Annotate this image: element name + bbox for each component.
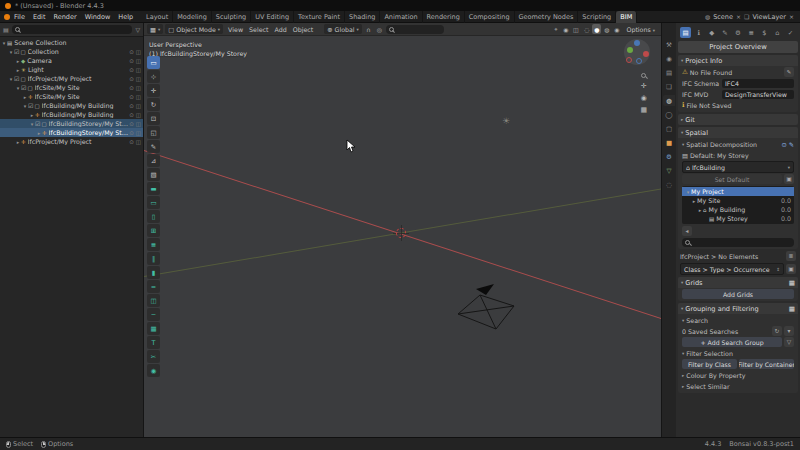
railing-tool[interactable]: ∥	[147, 252, 160, 265]
menu-edit[interactable]: Edit	[29, 13, 50, 21]
persp-ortho-icon[interactable]: ▦	[640, 106, 647, 114]
spatial-tree-row[interactable]: ▾My Project	[682, 187, 794, 196]
disable-screen-icon[interactable]: ◫	[136, 139, 141, 145]
gizmo-neg-z-axis-icon[interactable]	[636, 58, 642, 64]
beam-tool[interactable]: ═	[147, 280, 160, 293]
modifiers-tab[interactable]: ⚙	[663, 151, 675, 162]
workspace-tab-sculpting[interactable]: Sculpting	[212, 11, 251, 23]
view-layer-tab[interactable]: ❏	[663, 81, 675, 92]
disable-screen-icon[interactable]: ◫	[136, 94, 141, 100]
disable-screen-icon[interactable]: ◫	[136, 103, 141, 109]
panel-title[interactable]: Project Overview	[678, 41, 798, 53]
data-tab[interactable]: ▽	[663, 165, 675, 176]
edit-project-icon[interactable]: ✎	[784, 67, 794, 77]
physics-tab[interactable]: ◌	[663, 179, 675, 190]
select-similar-header[interactable]: ▸ Select Similar	[680, 381, 796, 391]
workspace-tab-shading[interactable]: Shading	[345, 11, 380, 23]
object-information-tab[interactable]: ℹ	[693, 27, 704, 38]
output-tab[interactable]: ▤	[663, 67, 675, 78]
outliner-row[interactable]: ▾▤Scene Collection	[0, 38, 143, 47]
transform-tool[interactable]: ◱	[147, 126, 160, 139]
viewport-menu-select[interactable]: Select	[246, 26, 271, 33]
hide-eye-icon[interactable]: ⊙	[129, 58, 134, 64]
project-overview-tab[interactable]: ▤	[680, 27, 691, 38]
gizmo-y-axis-icon[interactable]	[627, 47, 633, 53]
orientation-dropdown[interactable]: ⊕ Global ▾	[324, 24, 362, 34]
editor-type-dropdown[interactable]: ▦ ▾	[147, 24, 163, 34]
spatial-decomposition-header[interactable]: ▾ Spatial Decomposition ⊙ ✎	[680, 139, 796, 149]
workspace-tab-rendering[interactable]: Rendering	[423, 11, 465, 23]
viewlayer-selector[interactable]: ViewLayer	[752, 13, 786, 21]
object-tab[interactable]: ■	[663, 137, 675, 148]
wall-tool[interactable]: ▬	[147, 182, 160, 195]
viewport-menu-object[interactable]: Object	[290, 26, 317, 33]
colour-by-property-header[interactable]: ▸ Colour By Property	[680, 370, 796, 380]
chevron-left-icon[interactable]: ◂	[682, 226, 692, 236]
pan-hand-icon[interactable]: ✛	[641, 82, 647, 90]
set-default-button[interactable]: Set Default	[682, 174, 782, 184]
grouping-filtering-header[interactable]: ▾ Grouping and Filtering ▦	[678, 303, 798, 314]
column-tool[interactable]: ▮	[147, 266, 160, 279]
navigation-gizmo[interactable]	[624, 39, 650, 65]
xray-icon[interactable]: ◫	[571, 24, 580, 34]
gizmo-x-axis-icon[interactable]	[643, 51, 649, 57]
tool-tab[interactable]: ⚒	[663, 39, 675, 50]
menu-file[interactable]: File	[10, 13, 29, 21]
checkbox-icon[interactable]: ☑	[14, 48, 19, 55]
outliner-search-input[interactable]	[12, 25, 133, 34]
workspace-tab-scripting[interactable]: Scripting	[578, 11, 616, 23]
outliner-row[interactable]: ▸◆Camera⊙◫	[0, 56, 143, 65]
section-plane-tool[interactable]: ✂	[147, 350, 160, 363]
move-tool[interactable]: ✛	[147, 84, 160, 97]
filter-selection-header[interactable]: ▾ Filter Selection	[680, 348, 796, 358]
hide-eye-icon[interactable]: ⊙	[129, 103, 134, 109]
services-systems-tab[interactable]: ⚙	[733, 27, 744, 38]
quality-coordination-tab[interactable]: ✓	[785, 27, 796, 38]
disable-screen-icon[interactable]: ◫	[136, 49, 141, 55]
workspace-tab-layout[interactable]: Layout	[142, 11, 173, 23]
workspace-tab-modeling[interactable]: Modeling	[173, 11, 212, 23]
view-camera-icon[interactable]: ◉	[641, 94, 647, 102]
outliner-row[interactable]: ▸☀Light⊙◫	[0, 65, 143, 74]
zoom-icon[interactable]	[641, 73, 646, 78]
copy-icon[interactable]: ▣	[784, 174, 794, 184]
stair-tool[interactable]: ≣	[147, 238, 160, 251]
project-info-header[interactable]: ▾ Project Info	[678, 55, 798, 66]
hide-eye-icon[interactable]: ⊙	[129, 112, 134, 118]
gizmo-neg-x-axis-icon[interactable]	[626, 57, 632, 63]
outliner-row[interactable]: ▾☑▢IfcBuildingStorey/My Storey⊙◫	[0, 119, 143, 128]
viewport-menu-view[interactable]: View	[225, 26, 246, 33]
workspace-tab-compositing[interactable]: Compositing	[465, 11, 515, 23]
duct-tool[interactable]: ◫	[147, 294, 160, 307]
render-tab[interactable]: ◉	[663, 53, 675, 64]
hide-eye-icon[interactable]: ⊙	[129, 76, 134, 82]
outliner-row[interactable]: ▾☑▢Collection⊙◫	[0, 47, 143, 56]
material-shading-icon[interactable]: ◍	[602, 24, 611, 34]
spatial-search-input[interactable]	[682, 238, 794, 247]
scene-tab[interactable]: ◍	[663, 95, 675, 106]
ifc-schema-value[interactable]: IFC4	[722, 79, 794, 88]
workspace-tab-geometry-nodes[interactable]: Geometry Nodes	[515, 11, 579, 23]
proportional-edit-icon[interactable]: ◎	[375, 24, 384, 34]
outliner-row[interactable]: ▸✛IfcBuildingStorey/My Storey⊙◫	[0, 128, 143, 137]
measure-tool[interactable]: ⊿	[147, 154, 160, 167]
wireframe-shading-icon[interactable]: ◌	[582, 24, 591, 34]
gizmo-icon[interactable]: ⌖	[551, 24, 560, 34]
window-tool[interactable]: ⊞	[147, 224, 160, 237]
add-search-group-button[interactable]: + Add Search Group	[682, 337, 782, 347]
disable-screen-icon[interactable]: ◫	[136, 58, 141, 64]
filter-by-class-button[interactable]: Filter by Class	[682, 359, 737, 369]
checkbox-icon[interactable]: ☑	[14, 75, 19, 82]
disable-screen-icon[interactable]: ◫	[136, 130, 141, 136]
hide-eye-icon[interactable]: ⊙	[129, 49, 134, 55]
workspace-tab-bim[interactable]: BIM	[616, 11, 637, 23]
outliner-row[interactable]: ▸✛IfcProject/My Project⊙◫	[0, 137, 143, 146]
menu-help[interactable]: Help	[114, 13, 137, 21]
text-annotation-tool[interactable]: T	[147, 336, 160, 349]
scene-selector[interactable]: Scene	[713, 13, 733, 21]
edit-icon[interactable]: ✎	[789, 141, 794, 148]
workspace-tab-uv-editing[interactable]: UV Editing	[251, 11, 294, 23]
drawings-documents-tab[interactable]: ✎	[719, 27, 730, 38]
bim-camera-tool[interactable]: ◉	[147, 364, 160, 377]
disable-screen-icon[interactable]: ◫	[136, 85, 141, 91]
